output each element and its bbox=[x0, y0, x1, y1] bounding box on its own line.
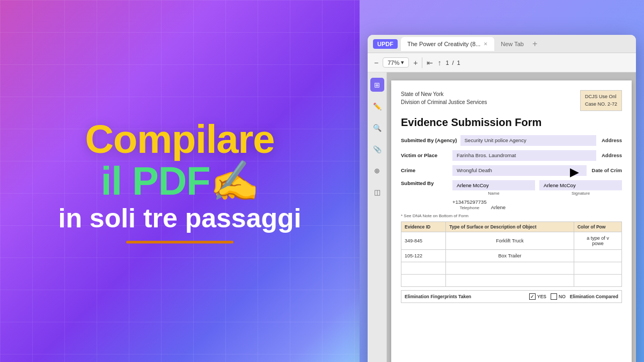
submitted-by2-row: Submitted By Arlene McCoy Name Arlene Mc… bbox=[401, 180, 622, 196]
table-row: 105-122 Box Trailer bbox=[401, 249, 622, 262]
no-check-icon bbox=[551, 293, 557, 300]
victim-row: Victim or Place Farinha Bros. Laundromat… bbox=[401, 150, 622, 161]
tab-close-icon[interactable]: ✕ bbox=[484, 41, 488, 47]
cell-color-1: a type of vpowe bbox=[574, 232, 621, 249]
victim-label: Victim or Place bbox=[401, 152, 449, 158]
prev-arrow-icon[interactable]: ⇤ bbox=[427, 58, 433, 67]
sidebar-btn-5[interactable]: ⊕ bbox=[370, 164, 384, 178]
fp-yes-label: YES bbox=[537, 294, 546, 299]
col-evidence-id: Evidence ID bbox=[401, 221, 446, 232]
crime-field[interactable]: Wrongful Death bbox=[452, 165, 587, 176]
name-sub-label: Name bbox=[452, 191, 535, 196]
fingerprint-row: Elimination Fingerprints Taken ✓ YES NO … bbox=[401, 290, 622, 303]
dna-note: * See DNA Note on Bottom of Form bbox=[401, 213, 622, 218]
sidebar-btn-4[interactable]: 📎 bbox=[370, 142, 384, 156]
left-content: Compilare il PDF✍️ in soli tre passaggi bbox=[58, 119, 302, 243]
sidebar-btn-active[interactable]: ⊞ bbox=[370, 78, 384, 92]
doc-title: Evidence Submission Form bbox=[401, 116, 622, 129]
main-title-line2: il PDF✍️ bbox=[58, 160, 302, 202]
division-label: Division of Criminal Justice Services bbox=[401, 98, 487, 106]
phone-col: +13475297735 Telephone bbox=[452, 199, 487, 210]
table-row bbox=[401, 262, 622, 274]
sig-col: Arlene McCoy Signature bbox=[539, 180, 622, 196]
state-label: State of New York bbox=[401, 90, 487, 98]
cell-id-2: 105-122 bbox=[401, 249, 446, 262]
zoom-dropdown-icon: ▾ bbox=[401, 59, 404, 66]
arlene-extra: Arlene bbox=[491, 204, 506, 210]
dcjs-label: DCJS Use Onl bbox=[585, 93, 617, 100]
zoom-value: 77% bbox=[387, 60, 399, 66]
page-total: 1 bbox=[457, 60, 460, 66]
active-tab[interactable]: The Power of Creativity (8... ✕ bbox=[401, 37, 494, 51]
submitted-by-field[interactable]: Security Unit police Agency bbox=[460, 135, 596, 146]
app-window: UPDF The Power of Creativity (8... ✕ New… bbox=[368, 35, 636, 362]
cell-type-3 bbox=[446, 262, 574, 274]
doc-header: State of New York Division of Criminal J… bbox=[401, 90, 622, 111]
table-header-row: Evidence ID Type of Surface or Descripti… bbox=[401, 221, 622, 232]
toolbar-divider bbox=[422, 57, 422, 68]
cell-id-3 bbox=[401, 262, 446, 274]
col-type: Type of Surface or Description of Object bbox=[446, 221, 574, 232]
sidebar: ⊞ ✏️ 🔍 📎 ⊕ ◫ bbox=[368, 72, 387, 362]
sidebar-btn-2[interactable]: ✏️ bbox=[370, 99, 384, 113]
main-title-line3: in soli tre passaggi bbox=[58, 204, 302, 233]
updf-logo: UPDF bbox=[373, 39, 398, 49]
doc-agency: State of New York Division of Criminal J… bbox=[401, 90, 487, 111]
cell-color-2 bbox=[574, 249, 621, 262]
table-row: 349-845 Forklift Truck a type of vpowe bbox=[401, 232, 622, 249]
submitted-by2-label: Submitted By bbox=[401, 180, 449, 186]
sidebar-btn-3[interactable]: 🔍 bbox=[370, 121, 384, 135]
document: State of New York Division of Criminal J… bbox=[391, 80, 632, 362]
evidence-table: Evidence ID Type of Surface or Descripti… bbox=[401, 221, 622, 287]
name-col: Arlene McCoy Name bbox=[452, 180, 535, 196]
sidebar-btn-6[interactable]: ◫ bbox=[370, 185, 384, 199]
fp-yes-checkbox[interactable]: ✓ YES bbox=[529, 293, 546, 300]
page-separator: / bbox=[452, 60, 454, 66]
fp-no-checkbox[interactable]: NO bbox=[551, 293, 566, 300]
cell-id-4 bbox=[401, 274, 446, 286]
fp-compared-label: Elimination Compared bbox=[570, 294, 618, 299]
table-row bbox=[401, 274, 622, 286]
submitted-by-label: Submitted By (Agency) bbox=[401, 137, 457, 143]
address-label-1: Address bbox=[602, 137, 622, 143]
cell-color-3 bbox=[574, 262, 621, 274]
cell-id-1: 349-845 bbox=[401, 232, 446, 249]
name-field[interactable]: Arlene McCoy bbox=[452, 180, 535, 190]
zoom-display[interactable]: 77% ▾ bbox=[383, 57, 409, 68]
page-nav: 1 / 1 bbox=[445, 60, 460, 66]
toolbar: − 77% ▾ + ⇤ ↑ 1 / 1 bbox=[368, 53, 636, 72]
phone-label: Telephone bbox=[459, 205, 479, 210]
inactive-tab-label: New Tab bbox=[501, 41, 524, 47]
victim-field[interactable]: Farinha Bros. Laundromat bbox=[452, 150, 596, 161]
col-color: Color of Pow bbox=[574, 221, 621, 232]
sig-sub-label: Signature bbox=[539, 191, 622, 196]
yes-check-icon: ✓ bbox=[529, 293, 536, 300]
active-tab-label: The Power of Creativity (8... bbox=[407, 41, 480, 47]
submitted-by-row: Submitted By (Agency) Security Unit poli… bbox=[401, 135, 622, 146]
right-panel: UPDF The Power of Creativity (8... ✕ New… bbox=[360, 0, 644, 362]
title-bar: UPDF The Power of Creativity (8... ✕ New… bbox=[368, 35, 636, 53]
up-arrow-icon[interactable]: ↑ bbox=[437, 58, 441, 67]
new-tab-button[interactable]: + bbox=[532, 39, 537, 49]
crime-label: Crime bbox=[401, 167, 449, 173]
window-body: ⊞ ✏️ 🔍 📎 ⊕ ◫ State of New York Division … bbox=[368, 72, 636, 362]
left-panel: Compilare il PDF✍️ in soli tre passaggi bbox=[0, 0, 360, 362]
cell-type-1: Forklift Truck bbox=[446, 232, 574, 249]
inactive-tab[interactable]: New Tab bbox=[494, 39, 530, 49]
name-sig-row: Arlene McCoy Name Arlene McCoy Signature bbox=[452, 180, 622, 196]
signature-field[interactable]: Arlene McCoy bbox=[539, 180, 622, 190]
crime-row: Crime Wrongful Death ▶ Date of Crim bbox=[401, 165, 622, 176]
date-crime-label: Date of Crim bbox=[592, 167, 622, 173]
fp-label: Elimination Fingerprints Taken bbox=[405, 294, 525, 299]
fp-no-label: NO bbox=[559, 294, 566, 299]
underline-decoration bbox=[126, 241, 233, 243]
page-current: 1 bbox=[445, 60, 449, 66]
doc-area: State of New York Division of Criminal J… bbox=[387, 72, 636, 362]
phone-value: +13475297735 bbox=[452, 199, 487, 205]
tabs-area: The Power of Creativity (8... ✕ New Tab … bbox=[401, 37, 636, 51]
address-label-2: Address bbox=[602, 152, 622, 158]
zoom-out-icon[interactable]: − bbox=[374, 58, 378, 67]
cell-color-4 bbox=[574, 274, 621, 286]
zoom-in-icon[interactable]: + bbox=[413, 58, 418, 67]
cell-type-2: Box Trailer bbox=[446, 249, 574, 262]
